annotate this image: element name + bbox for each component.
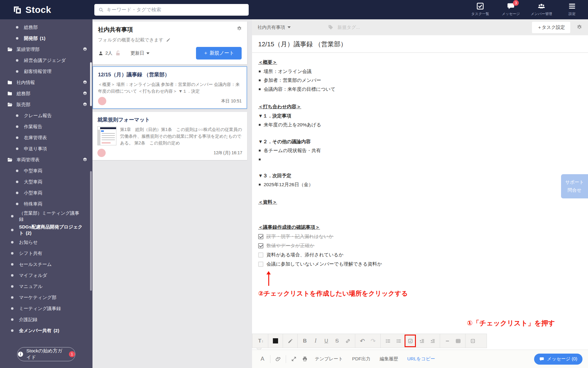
- collapse-button[interactable]: [467, 336, 478, 346]
- sidebar-item[interactable]: お知らせ: [0, 237, 92, 248]
- sidebar-item[interactable]: 車両管理表: [0, 154, 92, 165]
- undo-button[interactable]: ↶: [357, 336, 368, 346]
- sidebar-item[interactable]: ミーティング議事録: [0, 303, 92, 314]
- new-note-button[interactable]: ＋ 新規ノート: [196, 47, 242, 59]
- nav-members[interactable]: メンバー管理: [530, 2, 552, 16]
- member-count[interactable]: 2人: [105, 50, 112, 56]
- task-settings-button[interactable]: ＋タスク設定: [532, 22, 570, 33]
- bullet-list-button[interactable]: [383, 336, 393, 346]
- note-body[interactable]: ＜概要＞場所：オンライン会議参加者：営業部のメンバー会議内容：来年度の目標につい…: [252, 53, 528, 298]
- expand-button[interactable]: [288, 354, 299, 364]
- folder-settings-gear-icon[interactable]: [236, 26, 242, 32]
- bottom-link[interactable]: テンプレート: [315, 356, 343, 362]
- sidebar-item[interactable]: 経営会議アジェンダ: [0, 55, 92, 66]
- sidebar: 総務部開発部(1)業績管理部経営会議アジェンダ顧客情報管理社内情報総務部販売部ク…: [0, 19, 92, 368]
- bold-button[interactable]: B: [300, 336, 310, 346]
- note-title[interactable]: 12/15（月）議事録 （営業部）: [252, 35, 588, 53]
- sidebar-item[interactable]: 介護記録: [0, 314, 92, 325]
- avatar: [97, 149, 106, 157]
- redo-button[interactable]: ↷: [368, 336, 379, 346]
- lock-open-icon[interactable]: [115, 50, 121, 56]
- link-button[interactable]: [342, 336, 353, 346]
- sidebar-item[interactable]: 在庫管理表: [0, 132, 92, 143]
- note-card[interactable]: 12/15（月）議事録 （営業部）＜概要＞ 場所：オンライン会議 参加者：営業部…: [92, 66, 247, 109]
- message-button[interactable]: メッセージ (0): [534, 354, 582, 365]
- indent-increase-button[interactable]: [417, 336, 427, 346]
- sidebar-item[interactable]: 社内情報: [0, 77, 92, 88]
- sidebar-item[interactable]: マーケティング部: [0, 292, 92, 303]
- indent-decrease-button[interactable]: [427, 336, 438, 346]
- dot-icon: [11, 307, 13, 310]
- folder-select-dropdown[interactable]: 社内共有事項: [258, 25, 291, 30]
- nav-task-check[interactable]: タスク一覧: [469, 2, 491, 16]
- highlighter-button[interactable]: [285, 336, 296, 346]
- getting-started-guide-button[interactable]: Stockの始め方ガイド 1: [17, 347, 75, 361]
- strikethrough-button[interactable]: S: [332, 336, 342, 346]
- sidebar-item[interactable]: 業績管理部: [0, 44, 92, 55]
- color-swatch-button[interactable]: [270, 336, 281, 346]
- sidebar-scrollbar-thumb-top[interactable]: [90, 62, 92, 106]
- sidebar-item-label: 中型車両: [24, 168, 42, 174]
- sidebar-item[interactable]: 小型車両: [0, 187, 92, 198]
- folder-gear-icon[interactable]: [82, 80, 88, 85]
- sidebar-item[interactable]: 特殊車両: [0, 198, 92, 209]
- sidebar-item[interactable]: 顧客情報管理: [0, 66, 92, 77]
- support-contact-button[interactable]: サポート 問合せ: [561, 174, 588, 198]
- nav-label: メンバー管理: [531, 12, 552, 16]
- app-logo[interactable]: Stock: [12, 0, 51, 19]
- underline-button[interactable]: U: [321, 336, 332, 346]
- sidebar-item[interactable]: 全メンバー共有(2): [0, 325, 92, 336]
- section-heading: ＜資料＞: [258, 199, 522, 205]
- support-line2: 問合せ: [567, 187, 581, 193]
- sidebar-item[interactable]: シフト共有: [0, 248, 92, 259]
- new-tag-input[interactable]: 新規タグ...: [327, 24, 360, 30]
- sidebar-item[interactable]: セールスチーム: [0, 259, 92, 270]
- folder-gear-icon[interactable]: [82, 157, 88, 163]
- bottom-link[interactable]: 編集履歴: [380, 356, 398, 362]
- sidebar-item[interactable]: SDGs配慮商品開発プロジェクト(2): [0, 223, 92, 237]
- table-button[interactable]: [453, 336, 463, 346]
- sidebar-item[interactable]: マニュアル: [0, 281, 92, 292]
- sidebar-item[interactable]: 大型車両: [0, 176, 92, 187]
- sidebar-item[interactable]: 中型車両: [0, 165, 92, 176]
- global-search[interactable]: [94, 4, 249, 16]
- sort-dropdown[interactable]: 更新日: [130, 50, 149, 56]
- checkbox[interactable]: [258, 252, 263, 258]
- folder-gear-icon[interactable]: [82, 102, 88, 107]
- text-size-button[interactable]: T↕: [255, 336, 266, 346]
- sidebar-scrollbar-thumb[interactable]: [90, 171, 92, 291]
- search-input[interactable]: [107, 7, 245, 13]
- numbered-list-button[interactable]: [393, 336, 404, 346]
- sidebar-item[interactable]: 総務部: [0, 88, 92, 99]
- copy-url-link[interactable]: URLをコピー: [407, 356, 435, 362]
- sidebar-item[interactable]: クレーム報告: [0, 110, 92, 121]
- sidebar-item[interactable]: 申送り事項: [0, 143, 92, 154]
- font-a-button[interactable]: A: [257, 354, 268, 364]
- dot-icon: [16, 181, 18, 183]
- sidebar-item[interactable]: 総務部: [0, 22, 92, 33]
- checkbox[interactable]: [258, 243, 263, 248]
- nav-chat-bubble[interactable]: 3メッセージ: [500, 2, 522, 16]
- sidebar-item[interactable]: （営業部）ミーティング議事録: [0, 209, 92, 223]
- sidebar-item-label: クレーム報告: [24, 113, 52, 119]
- sidebar-item[interactable]: 開発部(1): [0, 33, 92, 44]
- bottom-link[interactable]: PDF出力: [352, 356, 371, 362]
- checkbox[interactable]: [258, 262, 263, 267]
- italic-button[interactable]: I: [310, 336, 321, 346]
- checkbox[interactable]: [258, 234, 263, 239]
- folder-gear-icon[interactable]: [82, 47, 88, 52]
- sidebar-item[interactable]: マイフォルダ: [0, 270, 92, 281]
- folder-description[interactable]: フォルダの概要を記載できます: [98, 37, 242, 43]
- folder-gear-icon[interactable]: [82, 91, 88, 96]
- sidebar-item[interactable]: 販売部: [0, 99, 92, 110]
- note-card[interactable]: 就業規則フォーマット第1章 総則（目的）第1条 この規則は○○株式会社の従業員の…: [92, 112, 247, 160]
- sidebar-item[interactable]: 作業報告: [0, 121, 92, 132]
- attachment-button[interactable]: [273, 354, 284, 364]
- nav-hamburger[interactable]: 設定: [561, 2, 583, 16]
- print-button[interactable]: [299, 354, 310, 364]
- checklist-button[interactable]: [406, 336, 415, 346]
- horizontal-rule-button[interactable]: [442, 336, 453, 346]
- note-card-snippet: ＜概要＞ 場所：オンライン会議 参加者：営業部のメンバー 会議内容：来年度の目標…: [98, 81, 242, 94]
- dot-icon: [9, 285, 15, 288]
- note-settings-gear-icon[interactable]: [576, 24, 582, 30]
